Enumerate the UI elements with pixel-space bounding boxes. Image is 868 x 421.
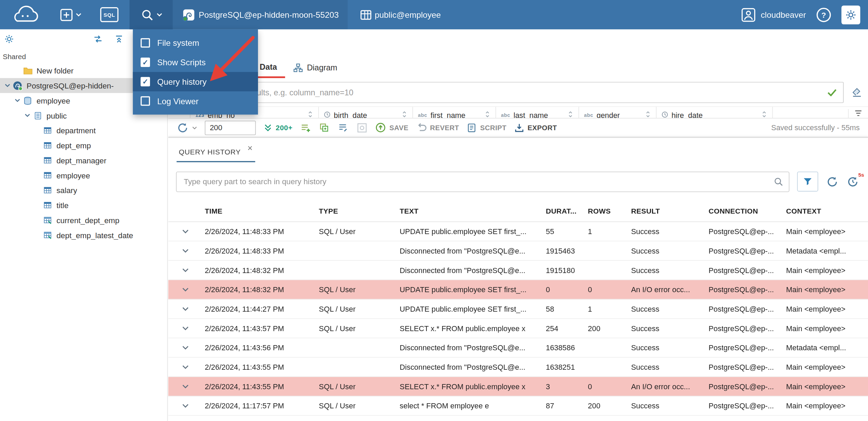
history-column-header-dur[interactable]: DURAT...	[546, 207, 588, 215]
save-button[interactable]: SAVE	[376, 122, 408, 133]
history-refresh-button[interactable]	[826, 175, 839, 188]
grid-column-header-hire_date[interactable]: hire_date	[656, 107, 773, 118]
tree-item-salary[interactable]: salary	[0, 183, 167, 198]
checkbox[interactable]	[140, 96, 150, 106]
row-expander-icon[interactable]	[176, 247, 205, 255]
checkbox[interactable]	[140, 57, 150, 67]
help-button[interactable]: ?	[816, 7, 831, 22]
history-column-header-type[interactable]: TYPE	[319, 207, 400, 215]
history-column-header-rows[interactable]: ROWS	[588, 207, 631, 215]
history-row[interactable]: 2/26/2024, 11:43:56 PM Disconnected from…	[168, 338, 868, 358]
tab-query-history[interactable]: QUERY HISTORY ×	[177, 148, 255, 162]
history-row[interactable]: 2/26/2024, 11:43:57 PM SQL / User SELECT…	[168, 319, 868, 338]
grid-view-toggle-button[interactable]	[357, 122, 368, 133]
tree-item-dept_manager[interactable]: dept_manager	[0, 153, 167, 168]
tree-settings-gear-icon[interactable]	[4, 34, 14, 46]
history-row[interactable]: 2/26/2024, 11:48:33 PM SQL / User UPDATE…	[168, 222, 868, 242]
row-expander-icon[interactable]	[176, 228, 205, 235]
checkbox[interactable]	[140, 77, 150, 86]
history-column-header-time[interactable]: TIME	[205, 207, 319, 215]
tree-item-current_dept_emp[interactable]: current_dept_emp	[0, 213, 167, 228]
grid-column-header-last_name[interactable]: abclast_name	[496, 107, 579, 118]
row-expander-icon[interactable]	[176, 266, 205, 274]
checkbox[interactable]	[140, 38, 150, 48]
cell-connection: PostgreSQL@ep-...	[708, 285, 786, 294]
apply-filter-check-icon[interactable]	[827, 89, 837, 98]
filter-expression-input[interactable]	[172, 82, 844, 103]
add-row-button[interactable]	[300, 122, 311, 133]
auto-refresh-button[interactable]: 5s	[846, 175, 859, 188]
view-menu-item-query-history[interactable]: Query history	[133, 72, 258, 92]
history-column-header-result[interactable]: RESULT	[631, 207, 709, 215]
expander-icon[interactable]	[13, 97, 22, 104]
schema-icon	[360, 9, 372, 21]
tree-item-department[interactable]: department	[0, 123, 167, 138]
sort-icon[interactable]	[484, 111, 490, 118]
revert-button[interactable]: REVERT	[416, 122, 459, 133]
close-tab-icon[interactable]: ×	[247, 145, 253, 151]
collapse-all-icon[interactable]	[114, 34, 124, 46]
script-button[interactable]: SCRIPT	[467, 123, 506, 133]
query-history-tab-label: QUERY HISTORY	[179, 148, 241, 156]
user-menu[interactable]: cloudbeaver	[741, 8, 806, 22]
tree-item-title[interactable]: title	[0, 198, 167, 213]
settings-button[interactable]	[841, 5, 860, 24]
cell-type: SQL / User	[319, 305, 400, 313]
cell-duration: 87	[546, 402, 588, 410]
row-expander-icon[interactable]	[176, 363, 205, 371]
export-button[interactable]: EXPORT	[514, 123, 557, 133]
row-expander-icon[interactable]	[176, 382, 205, 390]
history-row[interactable]: 2/26/2024, 11:48:32 PM SQL / User UPDATE…	[168, 280, 868, 300]
cell-duration: 1915180	[546, 266, 588, 274]
view-menu-button[interactable]	[130, 0, 173, 29]
schema-selector[interactable]: public@employee	[353, 0, 447, 29]
history-filter-button[interactable]	[797, 172, 818, 191]
row-limit-input[interactable]	[205, 120, 256, 135]
sort-icon[interactable]	[761, 111, 767, 118]
row-expander-icon[interactable]	[176, 344, 205, 352]
sort-icon[interactable]	[645, 111, 651, 118]
history-row[interactable]: 2/26/2024, 11:43:55 PM Disconnected from…	[168, 357, 868, 377]
sort-icon[interactable]	[567, 111, 573, 118]
history-row[interactable]: 2/26/2024, 11:43:55 PM SQL / User SELECT…	[168, 377, 868, 396]
new-connection-button[interactable]	[54, 0, 87, 29]
row-expander-icon[interactable]	[176, 324, 205, 332]
sql-editor-button[interactable]: SQL	[95, 0, 124, 29]
view-menu-item-file-system[interactable]: File system	[133, 33, 258, 53]
grid-column-header-birth_date[interactable]: birth_date	[319, 107, 413, 118]
duplicate-row-button[interactable]	[319, 122, 330, 133]
row-expander-icon[interactable]	[176, 286, 205, 294]
tree-item-dept_emp_latest_date[interactable]: dept_emp_latest_date	[0, 228, 167, 243]
grid-column-header-first_name[interactable]: abcfirst_name	[413, 107, 496, 118]
sync-connection-icon[interactable]	[93, 34, 103, 46]
expander-icon[interactable]	[23, 112, 32, 119]
history-column-header-ctx[interactable]: CONTEXT	[786, 207, 868, 215]
grid-column-header-gender[interactable]: abcgender	[579, 107, 656, 118]
history-row[interactable]: 2/26/2024, 11:17:57 PM SQL / User select…	[168, 396, 868, 416]
connection-selector[interactable]: PostgreSQL@ep-hidden-moon-55203	[173, 0, 348, 29]
history-row[interactable]: 2/26/2024, 11:48:32 PM Disconnected from…	[168, 261, 868, 280]
history-row[interactable]: 2/26/2024, 11:48:33 PM Disconnected from…	[168, 241, 868, 261]
history-column-header-conn[interactable]: CONNECTION	[708, 207, 786, 215]
cell-connection: PostgreSQL@ep-...	[708, 363, 786, 371]
tree-item-dept_emp[interactable]: dept_emp	[0, 138, 167, 153]
clear-filter-eraser-icon[interactable]	[849, 87, 865, 98]
view-menu-item-log-viewer[interactable]: Log Viewer	[133, 91, 258, 111]
row-expander-icon[interactable]	[176, 305, 205, 313]
tab-diagram[interactable]: Diagram	[285, 57, 345, 78]
expander-icon[interactable]	[3, 82, 12, 89]
table-icon	[42, 171, 53, 179]
cell-time: 2/26/2024, 11:43:55 PM	[205, 382, 319, 391]
sort-icon[interactable]	[401, 111, 407, 118]
history-column-header-text[interactable]: TEXT	[400, 207, 546, 215]
view-menu-item-show-scripts[interactable]: Show Scripts	[133, 53, 258, 72]
grid-columns-settings-icon[interactable]	[848, 109, 863, 118]
row-expander-icon[interactable]	[176, 402, 205, 410]
history-search-input[interactable]	[176, 171, 789, 192]
tree-item-employee[interactable]: employee	[0, 168, 167, 183]
edit-value-button[interactable]	[338, 122, 349, 133]
fetch-next-page-button[interactable]: 200+	[263, 123, 293, 132]
refresh-button[interactable]	[177, 122, 197, 134]
history-row[interactable]: 2/26/2024, 11:44:27 PM SQL / User UPDATE…	[168, 299, 868, 319]
sort-icon[interactable]	[307, 111, 313, 118]
